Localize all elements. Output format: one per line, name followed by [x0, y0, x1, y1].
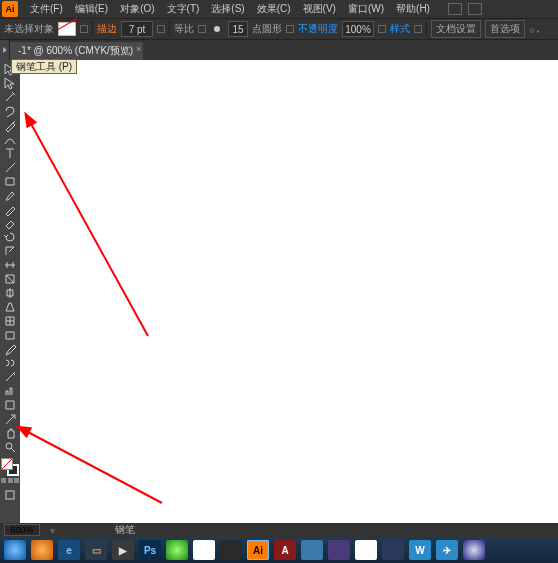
curvature-tool[interactable] [1, 132, 19, 146]
lasso-tool[interactable] [1, 104, 19, 118]
artboard-tool[interactable] [1, 398, 19, 412]
stroke-link[interactable]: 描边 [97, 22, 117, 36]
rectangle-tool[interactable] [1, 174, 19, 188]
brush-preview-icon[interactable] [210, 22, 224, 36]
document-tab[interactable]: -1* @ 600% (CMYK/预览) × [10, 42, 143, 60]
layout-icon[interactable] [448, 3, 462, 15]
blend-tool[interactable] [1, 356, 19, 370]
taskbar-app6-icon[interactable]: ✈ [436, 540, 458, 560]
pt-shape-label[interactable]: 点圆形 [252, 22, 282, 36]
tools-panel [0, 60, 20, 523]
menu-item[interactable]: 对象(O) [114, 0, 160, 18]
dropdown-icon[interactable] [198, 25, 206, 33]
hand-tool[interactable] [1, 426, 19, 440]
close-icon[interactable]: × [136, 44, 141, 54]
screen-mode-tool[interactable] [1, 488, 19, 502]
status-bar: ▾ 钢笔 [0, 523, 558, 537]
direct-selection-tool[interactable] [1, 76, 19, 90]
app-logo-icon: Ai [2, 1, 18, 17]
opacity-input[interactable] [342, 21, 374, 37]
tool-tooltip: 钢笔工具 (P) [11, 59, 77, 74]
scale-tool[interactable] [1, 244, 19, 258]
gradient-tool[interactable] [1, 328, 19, 342]
taskbar-chrome-like-icon[interactable] [193, 540, 215, 560]
taskbar-firefox-icon[interactable] [382, 540, 404, 560]
free-transform-tool[interactable] [1, 272, 19, 286]
document-tabs: -1* @ 600% (CMYK/预览) × [0, 40, 558, 60]
menu-item[interactable]: 效果(C) [251, 0, 297, 18]
tab-label: -1* @ 600% (CMYK/预览) [18, 45, 133, 56]
windows-taskbar: e▭▶PsAiAW✈ [0, 537, 558, 563]
taskbar-photoshop-icon[interactable]: Ps [139, 540, 161, 560]
taskbar-explorer-icon[interactable]: ▭ [85, 540, 107, 560]
menu-item[interactable]: 窗口(W) [342, 0, 390, 18]
taskbar-acrobat-icon[interactable]: A [274, 540, 296, 560]
taskbar-media-icon[interactable]: ▶ [112, 540, 134, 560]
eraser-tool[interactable] [1, 216, 19, 230]
paintbrush-tool[interactable] [1, 188, 19, 202]
taskbar-app5-icon[interactable] [328, 540, 350, 560]
shape-builder-tool[interactable] [1, 286, 19, 300]
taskbar-ie-icon[interactable]: e [58, 540, 80, 560]
opacity-link[interactable]: 不透明度 [298, 22, 338, 36]
perspective-tool[interactable] [1, 300, 19, 314]
preferences-button[interactable]: 首选项 [485, 20, 525, 38]
draw-mode-icon[interactable] [1, 478, 19, 488]
width-tool[interactable] [1, 258, 19, 272]
column-graph-tool[interactable] [1, 384, 19, 398]
menu-item[interactable]: 文字(T) [161, 0, 206, 18]
taskbar-app4-icon[interactable] [301, 540, 323, 560]
slice-tool[interactable] [1, 412, 19, 426]
taskbar-chrome-icon[interactable] [355, 540, 377, 560]
dropdown-icon[interactable] [157, 25, 165, 33]
taskbar-start-icon[interactable] [4, 540, 26, 560]
dropdown-icon[interactable] [414, 25, 422, 33]
taskbar-app1-icon[interactable] [31, 540, 53, 560]
panel-toggle-icon[interactable] [0, 40, 10, 60]
menu-item[interactable]: 视图(V) [297, 0, 342, 18]
fill-stroke-icon[interactable] [1, 458, 19, 476]
canvas[interactable] [20, 60, 558, 523]
zoom-input[interactable] [4, 524, 40, 536]
menu-item[interactable]: 编辑(E) [69, 0, 114, 18]
zoom-tool[interactable] [1, 440, 19, 454]
taskbar-illustrator-icon[interactable]: Ai [247, 540, 269, 560]
menu-item[interactable]: 文件(F) [24, 0, 69, 18]
dropdown-icon[interactable] [286, 25, 294, 33]
menu-item[interactable]: 帮助(H) [390, 0, 436, 18]
control-bar: 未选择对象 描边 等比 点圆形 不透明度 样式 文档设置 首选项 ⟐▾ [0, 18, 558, 40]
pen-tool[interactable] [1, 118, 19, 132]
magic-wand-tool[interactable] [1, 90, 19, 104]
workspace-icon[interactable] [468, 3, 482, 15]
taskbar-word-icon[interactable]: W [409, 540, 431, 560]
stroke-weight-input[interactable] [121, 21, 153, 37]
svg-rect-0 [6, 491, 14, 499]
line-tool[interactable] [1, 160, 19, 174]
uniform-label[interactable]: 等比 [174, 22, 194, 36]
dropdown-icon[interactable] [378, 25, 386, 33]
eyedropper-tool[interactable] [1, 342, 19, 356]
status-tool-label: 钢笔 [115, 523, 135, 537]
menu-item[interactable]: 选择(S) [205, 0, 250, 18]
mesh-tool[interactable] [1, 314, 19, 328]
menu-bar: Ai 文件(F)编辑(E)对象(O)文字(T)选择(S)效果(C)视图(V)窗口… [0, 0, 558, 18]
rotate-tool[interactable] [1, 230, 19, 244]
selection-status: 未选择对象 [4, 22, 54, 36]
fill-swatch-icon[interactable] [58, 22, 76, 36]
taskbar-app2-icon[interactable] [166, 540, 188, 560]
symbol-sprayer-tool[interactable] [1, 370, 19, 384]
style-link[interactable]: 样式 [390, 22, 410, 36]
type-tool[interactable] [1, 146, 19, 160]
main-area [0, 60, 558, 523]
taskbar-app3-icon[interactable] [220, 540, 242, 560]
doc-setup-button[interactable]: 文档设置 [431, 20, 481, 38]
taskbar-app7-icon[interactable] [463, 540, 485, 560]
pencil-tool[interactable] [1, 202, 19, 216]
pt-input[interactable] [228, 21, 248, 37]
dropdown-icon[interactable] [80, 25, 88, 33]
